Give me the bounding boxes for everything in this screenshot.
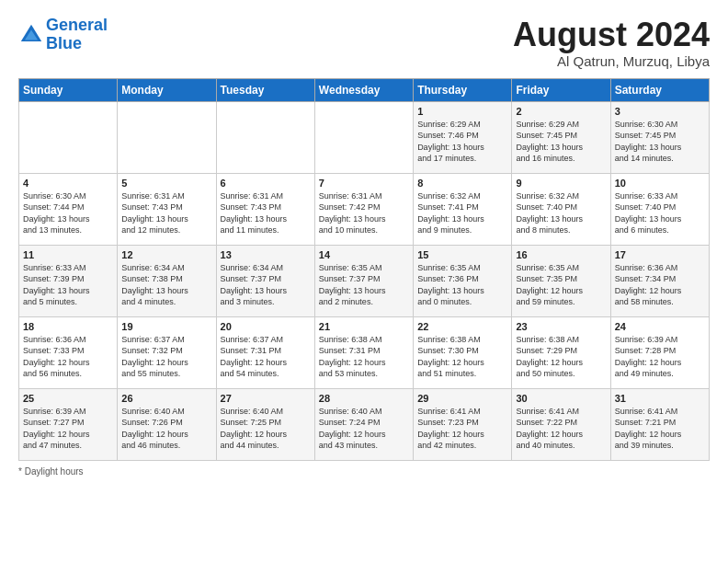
weekday-header-tuesday: Tuesday bbox=[216, 78, 314, 101]
day-number: 1 bbox=[417, 106, 507, 117]
day-info: Sunrise: 6:32 AM Sunset: 7:41 PM Dayligh… bbox=[417, 190, 507, 236]
day-info: Sunrise: 6:33 AM Sunset: 7:39 PM Dayligh… bbox=[23, 262, 113, 308]
day-info: Sunrise: 6:31 AM Sunset: 7:43 PM Dayligh… bbox=[221, 190, 311, 236]
day-info: Sunrise: 6:32 AM Sunset: 7:40 PM Dayligh… bbox=[516, 190, 606, 236]
calendar-cell: 3Sunrise: 6:30 AM Sunset: 7:45 PM Daylig… bbox=[610, 101, 709, 173]
week-row-4: 18Sunrise: 6:36 AM Sunset: 7:33 PM Dayli… bbox=[19, 316, 710, 388]
day-info: Sunrise: 6:36 AM Sunset: 7:34 PM Dayligh… bbox=[615, 262, 705, 308]
calendar-cell: 30Sunrise: 6:41 AM Sunset: 7:22 PM Dayli… bbox=[512, 388, 610, 460]
week-row-2: 4Sunrise: 6:30 AM Sunset: 7:44 PM Daylig… bbox=[19, 173, 710, 245]
day-info: Sunrise: 6:34 AM Sunset: 7:38 PM Dayligh… bbox=[121, 262, 211, 308]
day-info: Sunrise: 6:35 AM Sunset: 7:36 PM Dayligh… bbox=[417, 262, 507, 308]
calendar-cell: 17Sunrise: 6:36 AM Sunset: 7:34 PM Dayli… bbox=[610, 245, 709, 316]
calendar-cell: 8Sunrise: 6:32 AM Sunset: 7:41 PM Daylig… bbox=[414, 173, 512, 245]
day-info: Sunrise: 6:35 AM Sunset: 7:35 PM Dayligh… bbox=[516, 262, 606, 308]
day-info: Sunrise: 6:30 AM Sunset: 7:45 PM Dayligh… bbox=[615, 119, 705, 165]
calendar-cell: 22Sunrise: 6:38 AM Sunset: 7:30 PM Dayli… bbox=[414, 316, 512, 388]
weekday-header-thursday: Thursday bbox=[414, 78, 512, 101]
day-number: 21 bbox=[319, 321, 409, 332]
calendar-cell: 25Sunrise: 6:39 AM Sunset: 7:27 PM Dayli… bbox=[19, 388, 118, 460]
day-number: 2 bbox=[516, 106, 606, 117]
day-number: 24 bbox=[615, 321, 705, 332]
day-info: Sunrise: 6:33 AM Sunset: 7:40 PM Dayligh… bbox=[615, 190, 705, 236]
day-info: Sunrise: 6:36 AM Sunset: 7:33 PM Dayligh… bbox=[23, 334, 113, 380]
logo-icon bbox=[18, 22, 44, 48]
day-number: 14 bbox=[319, 249, 409, 260]
calendar-cell: 13Sunrise: 6:34 AM Sunset: 7:37 PM Dayli… bbox=[216, 245, 314, 316]
day-number: 26 bbox=[121, 393, 211, 404]
day-number: 13 bbox=[221, 249, 311, 260]
logo-line2: Blue bbox=[46, 34, 82, 52]
calendar-cell: 21Sunrise: 6:38 AM Sunset: 7:31 PM Dayli… bbox=[314, 316, 413, 388]
calendar-cell: 28Sunrise: 6:40 AM Sunset: 7:24 PM Dayli… bbox=[314, 388, 413, 460]
calendar-cell: 20Sunrise: 6:37 AM Sunset: 7:31 PM Dayli… bbox=[216, 316, 314, 388]
day-number: 12 bbox=[121, 249, 211, 260]
day-info: Sunrise: 6:38 AM Sunset: 7:30 PM Dayligh… bbox=[417, 334, 507, 380]
day-number: 9 bbox=[516, 178, 606, 189]
weekday-header-wednesday: Wednesday bbox=[314, 78, 413, 101]
day-number: 4 bbox=[23, 178, 113, 189]
day-number: 20 bbox=[221, 321, 311, 332]
day-number: 30 bbox=[516, 393, 606, 404]
day-number: 22 bbox=[417, 321, 507, 332]
logo: General Blue bbox=[18, 17, 108, 53]
calendar-cell bbox=[314, 101, 413, 173]
day-info: Sunrise: 6:29 AM Sunset: 7:45 PM Dayligh… bbox=[516, 119, 606, 165]
calendar-cell: 26Sunrise: 6:40 AM Sunset: 7:26 PM Dayli… bbox=[118, 388, 216, 460]
day-number: 15 bbox=[417, 249, 507, 260]
day-info: Sunrise: 6:37 AM Sunset: 7:32 PM Dayligh… bbox=[121, 334, 211, 380]
day-info: Sunrise: 6:30 AM Sunset: 7:44 PM Dayligh… bbox=[23, 190, 113, 236]
calendar-cell bbox=[19, 101, 118, 173]
day-info: Sunrise: 6:38 AM Sunset: 7:31 PM Dayligh… bbox=[319, 334, 409, 380]
day-info: Sunrise: 6:34 AM Sunset: 7:37 PM Dayligh… bbox=[221, 262, 311, 308]
calendar-cell: 11Sunrise: 6:33 AM Sunset: 7:39 PM Dayli… bbox=[19, 245, 118, 316]
day-number: 3 bbox=[615, 106, 705, 117]
day-number: 31 bbox=[615, 393, 705, 404]
calendar-cell bbox=[216, 101, 314, 173]
day-number: 18 bbox=[23, 321, 113, 332]
day-number: 16 bbox=[516, 249, 606, 260]
day-number: 19 bbox=[121, 321, 211, 332]
page: General Blue August 2024 Al Qatrun, Murz… bbox=[0, 0, 728, 563]
calendar-cell: 24Sunrise: 6:39 AM Sunset: 7:28 PM Dayli… bbox=[610, 316, 709, 388]
week-row-1: 1Sunrise: 6:29 AM Sunset: 7:46 PM Daylig… bbox=[19, 101, 710, 173]
daylight-note: Daylight hours bbox=[25, 466, 84, 477]
day-info: Sunrise: 6:40 AM Sunset: 7:24 PM Dayligh… bbox=[319, 406, 409, 452]
day-info: Sunrise: 6:39 AM Sunset: 7:28 PM Dayligh… bbox=[615, 334, 705, 380]
weekday-header-friday: Friday bbox=[512, 78, 610, 101]
day-number: 8 bbox=[417, 178, 507, 189]
calendar-cell: 16Sunrise: 6:35 AM Sunset: 7:35 PM Dayli… bbox=[512, 245, 610, 316]
calendar-cell: 7Sunrise: 6:31 AM Sunset: 7:42 PM Daylig… bbox=[314, 173, 413, 245]
calendar-cell: 23Sunrise: 6:38 AM Sunset: 7:29 PM Dayli… bbox=[512, 316, 610, 388]
footer-note: * Daylight hours bbox=[18, 466, 710, 477]
calendar-cell: 27Sunrise: 6:40 AM Sunset: 7:25 PM Dayli… bbox=[216, 388, 314, 460]
week-row-5: 25Sunrise: 6:39 AM Sunset: 7:27 PM Dayli… bbox=[19, 388, 710, 460]
calendar-cell: 19Sunrise: 6:37 AM Sunset: 7:32 PM Dayli… bbox=[118, 316, 216, 388]
calendar-subtitle: Al Qatrun, Murzuq, Libya bbox=[513, 53, 710, 69]
day-info: Sunrise: 6:37 AM Sunset: 7:31 PM Dayligh… bbox=[221, 334, 311, 380]
calendar-cell: 10Sunrise: 6:33 AM Sunset: 7:40 PM Dayli… bbox=[610, 173, 709, 245]
day-info: Sunrise: 6:31 AM Sunset: 7:43 PM Dayligh… bbox=[121, 190, 211, 236]
calendar-cell: 6Sunrise: 6:31 AM Sunset: 7:43 PM Daylig… bbox=[216, 173, 314, 245]
day-number: 17 bbox=[615, 249, 705, 260]
calendar-table: SundayMondayTuesdayWednesdayThursdayFrid… bbox=[18, 78, 710, 461]
day-number: 23 bbox=[516, 321, 606, 332]
calendar-cell bbox=[118, 101, 216, 173]
calendar-cell: 15Sunrise: 6:35 AM Sunset: 7:36 PM Dayli… bbox=[414, 245, 512, 316]
weekday-header-monday: Monday bbox=[118, 78, 216, 101]
day-info: Sunrise: 6:35 AM Sunset: 7:37 PM Dayligh… bbox=[319, 262, 409, 308]
day-info: Sunrise: 6:29 AM Sunset: 7:46 PM Dayligh… bbox=[417, 119, 507, 165]
day-info: Sunrise: 6:40 AM Sunset: 7:26 PM Dayligh… bbox=[121, 406, 211, 452]
day-info: Sunrise: 6:31 AM Sunset: 7:42 PM Dayligh… bbox=[319, 190, 409, 236]
calendar-cell: 4Sunrise: 6:30 AM Sunset: 7:44 PM Daylig… bbox=[19, 173, 118, 245]
day-info: Sunrise: 6:41 AM Sunset: 7:22 PM Dayligh… bbox=[516, 406, 606, 452]
day-info: Sunrise: 6:41 AM Sunset: 7:21 PM Dayligh… bbox=[615, 406, 705, 452]
header: General Blue August 2024 Al Qatrun, Murz… bbox=[18, 17, 710, 69]
day-number: 5 bbox=[121, 178, 211, 189]
logo-text: General Blue bbox=[46, 17, 108, 53]
week-row-3: 11Sunrise: 6:33 AM Sunset: 7:39 PM Dayli… bbox=[19, 245, 710, 316]
calendar-cell: 1Sunrise: 6:29 AM Sunset: 7:46 PM Daylig… bbox=[414, 101, 512, 173]
calendar-cell: 18Sunrise: 6:36 AM Sunset: 7:33 PM Dayli… bbox=[19, 316, 118, 388]
calendar-cell: 31Sunrise: 6:41 AM Sunset: 7:21 PM Dayli… bbox=[610, 388, 709, 460]
day-number: 25 bbox=[23, 393, 113, 404]
